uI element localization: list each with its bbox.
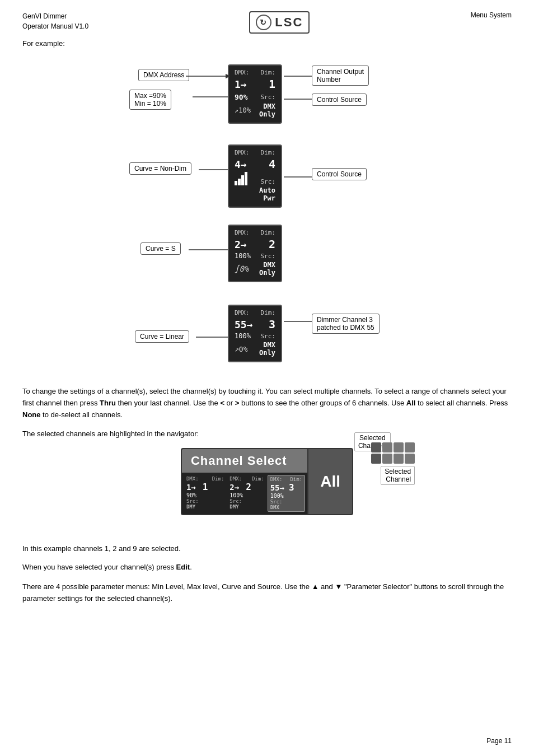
body-para-3: In this example channels 1, 2 and 9 are … <box>22 543 512 555</box>
channel-box-3: DMX: Dim: 2→ 2 100% Src: ∫0% DMXOnly <box>228 225 282 282</box>
channel-item-1: DMX:Dim: 1→ 1 90% Src: DMY <box>184 475 226 512</box>
control-source-box-2: Control Source <box>312 168 367 180</box>
dimmer-channel-label: Dimmer Channel 3patched to DMX 55 <box>312 314 380 334</box>
channel-box-2: DMX: Dim: 4→ 4 Src: <box>228 144 282 208</box>
control-source-label-1: Control Source <box>312 94 367 106</box>
control-source-box-1: Control Source <box>312 94 367 106</box>
page-number: Page 11 <box>486 737 512 745</box>
doc-title: GenVI Dimmer <box>22 11 88 21</box>
edit-keyword: Edit <box>176 563 190 571</box>
curve-s-box: Curve = S <box>140 242 181 255</box>
channel-item-2: DMX:Dim: 2→ 2 100% Src: DMY <box>227 475 266 512</box>
diagrams-section: DMX Address Max =90% Min = 10% DMX: Dim:… <box>22 59 512 369</box>
channel-select-box: Channel Select DMX:Dim: 1→ 1 90% Src: D <box>181 448 353 515</box>
grid-cell-8 <box>405 454 415 464</box>
diagram-1: DMX Address Max =90% Min = 10% DMX: Dim:… <box>105 59 429 123</box>
diagram-3: Curve = S DMX: Dim: 2→ 2 100% Src: ∫0% <box>105 219 429 283</box>
grid-cell-3 <box>394 442 404 452</box>
channel-item-3: DMX:Dim: 55→ 3 100% Src: DMX <box>268 475 305 512</box>
channel-select-title: Channel Select <box>182 449 307 473</box>
curve-s-label: Curve = S <box>140 242 181 255</box>
logo-icon: ↻ <box>256 15 271 30</box>
menu-system-label: Menu System <box>471 11 512 19</box>
curve-nondim-box: Curve = Non-Dim <box>129 162 191 175</box>
channel-box-1: DMX: Dim: 1→ 1 90% Src: ↗10% DMXOnly <box>228 64 282 124</box>
grid-cell-5 <box>371 454 381 464</box>
channel-select-container: SelectedChannels Channel Select DMX:Dim:… <box>181 448 353 515</box>
selected-channel-indicator: SelectedChannel <box>371 442 415 485</box>
all-button[interactable]: All <box>307 449 352 514</box>
grid-cell-7 <box>394 454 404 464</box>
selected-channel-label: SelectedChannel <box>381 466 415 485</box>
thru-keyword: Thru <box>100 399 116 407</box>
dmx-address-label: DMX Address <box>138 69 189 81</box>
header-left: GenVI Dimmer Operator Manual V1.0 <box>22 11 88 31</box>
curve-linear-box: Curve = Linear <box>135 330 189 343</box>
channel-box-4: DMX: Dim: 55→ 3 100% Src: ↗0% DMXOnly <box>228 305 282 362</box>
max-min-label: Max =90% Min = 10% <box>129 90 171 110</box>
dimmer-channel-box: Dimmer Channel 3patched to DMX 55 <box>312 314 380 334</box>
channel-list: DMX:Dim: 1→ 1 90% Src: DMY DMX:Dim: <box>182 473 307 514</box>
grid-cell-4 <box>405 442 415 452</box>
doc-subtitle: Operator Manual V1.0 <box>22 21 88 31</box>
control-source-label-2: Control Source <box>312 168 367 180</box>
channel-output-label: Channel OutputNumber <box>312 66 369 86</box>
dmx-address-box: DMX Address <box>138 69 189 81</box>
channel-output-box: Channel OutputNumber <box>312 66 369 86</box>
channel-grid <box>371 442 415 464</box>
header-right: Menu System <box>471 11 512 19</box>
grid-cell-1 <box>371 442 381 452</box>
grid-cell-2 <box>382 442 392 452</box>
header-center: ↻ LSC <box>249 11 310 34</box>
diagram-2: Curve = Non-Dim DMX: Dim: 4→ 4 <box>105 139 429 203</box>
channel-select-left: Channel Select DMX:Dim: 1→ 1 90% Src: D <box>182 449 307 514</box>
channel-select-wrapper: SelectedChannels Channel Select DMX:Dim:… <box>22 448 512 515</box>
max-min-box: Max =90% Min = 10% <box>129 90 171 110</box>
page-header: GenVI Dimmer Operator Manual V1.0 ↻ LSC … <box>22 11 512 34</box>
curve-linear-label: Curve = Linear <box>135 330 189 343</box>
grid-cell-6 <box>382 454 392 464</box>
body-para-1: To change the settings of a channel(s), … <box>22 386 509 421</box>
body-para-4: When you have selected your channel(s) p… <box>22 562 509 573</box>
diagram-4: Curve = Linear DMX: Dim: 55→ 3 100% Src:… <box>105 299 429 363</box>
for-example-text: For example: <box>22 39 512 48</box>
body-para-5: There are 4 possible parameter menus: Mi… <box>22 581 509 605</box>
logo: ↻ LSC <box>249 11 310 34</box>
body-para-2: The selected channels are highlighted in… <box>22 428 509 440</box>
curve-nondim-label: Curve = Non-Dim <box>129 162 191 175</box>
logo-text: LSC <box>275 15 303 30</box>
